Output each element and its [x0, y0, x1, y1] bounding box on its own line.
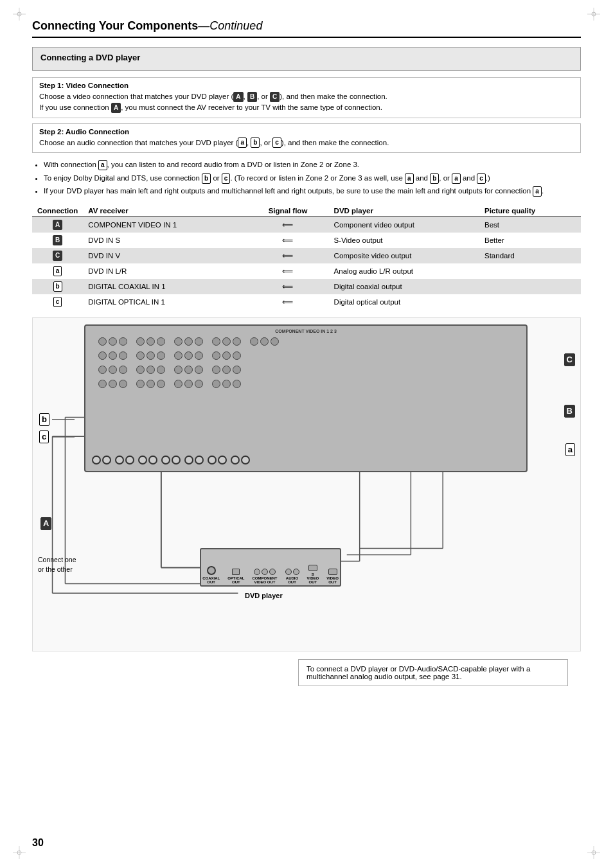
- table-row: cDIGITAL OPTICAL IN 1⟸Digital optical ou…: [32, 294, 581, 310]
- badge-a-b1: a: [98, 160, 107, 170]
- table-cell-signal: ⟸: [247, 263, 328, 279]
- table-cell-quality: [479, 294, 581, 310]
- table-cell-connection: A: [32, 217, 83, 233]
- table-cell-signal: ⟸: [247, 294, 328, 310]
- page-number: 30: [32, 837, 44, 849]
- receiver-row4: [98, 380, 241, 388]
- badge-C: C: [270, 92, 280, 102]
- badge-b2-b2: b: [430, 173, 439, 184]
- diagram-area: COMPONENT VIDEO IN 1 2 3: [32, 317, 581, 651]
- table-cell-signal: ⟸: [247, 279, 328, 294]
- receiver-row2: [98, 351, 241, 360]
- note-text: To connect a DVD player or DVD-Audio/SAC…: [306, 665, 530, 680]
- note-box: To connect a DVD player or DVD-Audio/SAC…: [298, 659, 568, 686]
- bullet-list: With connection a, you can listen to and…: [44, 159, 581, 197]
- table-cell-av_receiver: DVD IN L/R: [83, 263, 247, 279]
- table-cell-dvd_player: Composite video output: [329, 248, 479, 263]
- table-cell-signal: ⟸: [247, 233, 328, 248]
- title-text: Connecting Your Components: [32, 19, 198, 32]
- table-row: aDVD IN L/R⟸Analog audio L/R output: [32, 263, 581, 279]
- table-cell-dvd_player: Analog audio L/R output: [329, 263, 479, 279]
- table-row: BDVD IN S⟸S-Video outputBetter: [32, 233, 581, 248]
- table-cell-quality: [479, 279, 581, 294]
- table-cell-connection: C: [32, 248, 83, 263]
- badge-a3-b2: a: [452, 173, 461, 184]
- step2-title: Step 2: Audio Connection: [39, 128, 574, 136]
- diag-label-a: a: [565, 443, 575, 456]
- badge-A: A: [233, 92, 243, 102]
- table-cell-dvd_player: Digital coaxial output: [329, 279, 479, 294]
- badge-b-b2: b: [202, 173, 211, 184]
- table-cell-quality: Standard: [479, 248, 581, 263]
- table-cell-av_receiver: DVD IN S: [83, 233, 247, 248]
- badge-b: b: [251, 137, 260, 148]
- receiver-panel: COMPONENT VIDEO IN 1 2 3: [84, 324, 528, 472]
- table-row: ACOMPONENT VIDEO IN 1⟸Component video ou…: [32, 217, 581, 233]
- diag-label-c: c: [39, 430, 75, 443]
- connection-table: Connection AV receiver Signal flow DVD p…: [32, 205, 581, 310]
- table-row: bDIGITAL COAXIAL IN 1⟸Digital coaxial ou…: [32, 279, 581, 294]
- col-header-signal-flow: Signal flow: [247, 205, 328, 217]
- table-cell-av_receiver: DVD IN V: [83, 248, 247, 263]
- table-cell-signal: ⟸: [247, 217, 328, 233]
- step2-box: Step 2: Audio Connection Choose an audio…: [32, 123, 581, 153]
- connect-note: Connect oneor the other: [38, 555, 76, 574]
- dvd-player-box: COAXIALOUT OPTICALOUT COMPONENT VIDEO OU…: [200, 548, 341, 587]
- corner-mark-br: [587, 846, 600, 860]
- badge-A2: A: [111, 103, 121, 113]
- table-cell-connection: B: [32, 233, 83, 248]
- table-row: CDVD IN V⟸Composite video outputStandard: [32, 248, 581, 263]
- diag-label-b: b: [39, 413, 75, 426]
- table-cell-quality: [479, 263, 581, 279]
- section-header: Connecting a DVD player: [32, 47, 581, 71]
- table-cell-quality: Best: [479, 217, 581, 233]
- receiver-top-label: COMPONENT VIDEO IN 1 2 3: [92, 329, 520, 333]
- badge-a2-b2: a: [405, 173, 414, 184]
- badge-a-b3: a: [533, 186, 542, 197]
- badge-c2-b2: c: [477, 173, 486, 184]
- table-cell-dvd_player: Digital optical output: [329, 294, 479, 310]
- table-cell-signal: ⟸: [247, 248, 328, 263]
- dvd-player-label: DVD player: [245, 592, 283, 599]
- diag-label-C: C: [564, 353, 575, 366]
- speaker-terminal-row: [92, 456, 520, 465]
- corner-mark-tr: [587, 8, 600, 22]
- col-header-picture-quality: Picture quality: [479, 205, 581, 217]
- table-cell-connection: c: [32, 294, 83, 310]
- table-cell-av_receiver: DIGITAL OPTICAL IN 1: [83, 294, 247, 310]
- step1-box: Step 1: Video Connection Choose a video …: [32, 77, 581, 118]
- corner-mark-bl: [13, 846, 26, 860]
- bullet-3: If your DVD player has main left and rig…: [44, 186, 581, 197]
- col-header-av-receiver: AV receiver: [83, 205, 247, 217]
- col-header-connection: Connection: [32, 205, 83, 217]
- step1-title: Step 1: Video Connection: [39, 82, 574, 89]
- table-cell-dvd_player: Component video output: [329, 217, 479, 233]
- title-continued: —Continued: [198, 19, 262, 32]
- corner-mark-tl: [13, 8, 26, 22]
- badge-a: a: [238, 137, 247, 148]
- receiver-row1: [98, 337, 279, 346]
- bullet-2: To enjoy Dolby Digital and DTS, use conn…: [44, 173, 581, 184]
- diag-label-B: B: [564, 405, 575, 418]
- receiver-row3: [98, 366, 241, 374]
- table-cell-dvd_player: S-Video output: [329, 233, 479, 248]
- badge-B: B: [247, 92, 257, 102]
- bullet-1: With connection a, you can listen to and…: [44, 159, 581, 171]
- section-title: Connecting a DVD player: [40, 53, 573, 62]
- table-cell-connection: b: [32, 279, 83, 294]
- col-header-dvd-player: DVD player: [329, 205, 479, 217]
- diag-label-A: A: [40, 517, 51, 530]
- table-cell-av_receiver: COMPONENT VIDEO IN 1: [83, 217, 247, 233]
- table-cell-connection: a: [32, 263, 83, 279]
- step1-text2: If you use connection A, you must connec…: [39, 102, 574, 113]
- step2-text: Choose an audio connection that matches …: [39, 137, 574, 148]
- badge-c-b2: c: [222, 173, 231, 184]
- table-cell-quality: Better: [479, 233, 581, 248]
- table-cell-av_receiver: DIGITAL COAXIAL IN 1: [83, 279, 247, 294]
- step1-text1: Choose a video connection that matches y…: [39, 91, 574, 102]
- badge-c: c: [272, 137, 281, 148]
- page-title: Connecting Your Components—Continued: [32, 19, 581, 38]
